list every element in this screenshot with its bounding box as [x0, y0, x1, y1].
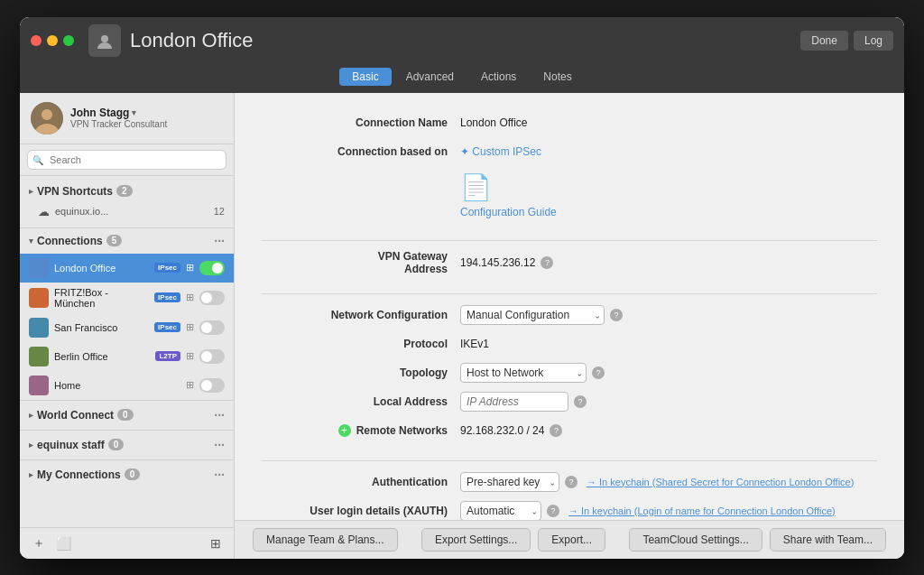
detail-footer: Manage Team & Plans... Export Settings..… — [235, 520, 904, 559]
connection-avatar — [88, 24, 121, 57]
connections-section: ▾ Connections 5 ··· London Office IPsec … — [20, 227, 234, 527]
manage-team-button[interactable]: Manage Team & Plans... — [253, 528, 398, 552]
network-config-label: Network Configuration — [262, 309, 460, 321]
export-button[interactable]: Export... — [538, 528, 605, 552]
network-config-section: Network Configuration Manual Configurati… — [262, 303, 877, 442]
document-icon: 📄 — [460, 172, 492, 202]
toggle-sf[interactable] — [199, 320, 225, 335]
teamcloud-settings-button[interactable]: TeamCloud Settings... — [629, 528, 762, 552]
network-icon-sf: ⊞ — [186, 321, 194, 333]
avatar — [31, 102, 63, 134]
connection-name-fritz: FRITZ!Box - München — [54, 287, 149, 309]
auth-select[interactable]: Pre-shared key — [460, 472, 559, 492]
close-button[interactable] — [31, 35, 42, 46]
local-address-row: Local Address ? — [262, 390, 877, 413]
connection-item-sf[interactable]: San Francisco IPsec ⊞ — [20, 313, 234, 342]
share-with-team-button[interactable]: Share with Team... — [770, 528, 886, 552]
my-connections-header[interactable]: ▸ My Connections 0 ··· — [20, 464, 234, 486]
add-network-icon[interactable]: + — [338, 424, 351, 437]
equinux-staff-section: ▸ equinux staff 0 ··· — [20, 430, 234, 459]
tab-actions[interactable]: Actions — [468, 68, 529, 86]
add-connection-button[interactable]: ＋ — [29, 533, 49, 553]
topology-label: Topology — [262, 366, 460, 379]
config-guide-link[interactable]: Configuration Guide — [460, 206, 557, 218]
user-login-help-icon[interactable]: ? — [547, 505, 559, 517]
auth-help-icon[interactable]: ? — [565, 476, 578, 488]
connections-badge: 5 — [106, 235, 123, 246]
connection-avatar-berlin — [29, 347, 49, 366]
app-window: London Office Done Log Basic Advanced Ac… — [20, 17, 904, 559]
user-login-label: User login details (XAUTH) — [262, 505, 460, 517]
shortcuts-header[interactable]: ▸ VPN Shortcuts 2 — [20, 181, 234, 201]
fullscreen-button[interactable] — [63, 35, 74, 46]
log-button[interactable]: Log — [854, 31, 893, 51]
world-connect-header[interactable]: ▸ World Connect 0 ··· — [20, 404, 234, 426]
remote-networks-row: + Remote Networks 92.168.232.0 / 24 ? — [262, 419, 877, 442]
more-icon[interactable]: ··· — [214, 234, 225, 248]
equinux-staff-badge: 0 — [108, 439, 125, 450]
connection-item-london[interactable]: London Office IPsec ⊞ — [20, 254, 234, 283]
sidebar-footer-icon[interactable]: ⊞ — [207, 534, 225, 552]
export-settings-button[interactable]: Export Settings... — [421, 528, 531, 552]
cloud-name: equinux.io... — [55, 206, 108, 217]
topology-help-icon[interactable]: ? — [592, 366, 605, 379]
tabs-bar: Basic Advanced Actions Notes — [20, 64, 904, 93]
connection-avatar-sf — [29, 318, 49, 338]
world-connect-label: World Connect — [37, 409, 114, 422]
toggle-berlin[interactable] — [199, 349, 225, 364]
topology-select[interactable]: Host to Network — [460, 363, 587, 383]
connection-item-fritz[interactable]: FRITZ!Box - München IPsec ⊞ — [20, 283, 234, 313]
chevron-right-icon: ▸ — [29, 187, 33, 196]
local-address-input[interactable] — [460, 392, 568, 412]
auth-keychain-link[interactable]: → In keychain (Shared Secret for Connect… — [587, 477, 854, 487]
toggle-home[interactable] — [199, 378, 225, 393]
connection-avatar-london — [29, 258, 49, 278]
connection-name-label: Connection Name — [262, 116, 460, 129]
sidebar-user: John Stagg ▾ VPN Tracker Consultant — [20, 93, 234, 144]
minimize-button[interactable] — [47, 35, 58, 46]
network-icon: ⊞ — [186, 262, 194, 274]
connection-item-berlin[interactable]: Berlin Office L2TP ⊞ — [20, 342, 234, 371]
local-address-help-icon[interactable]: ? — [574, 395, 587, 408]
address-help-icon[interactable]: ? — [541, 256, 553, 269]
connections-header[interactable]: ▾ Connections 5 ··· — [20, 228, 234, 254]
user-login-keychain-link[interactable]: → In keychain (Login of name for Connect… — [568, 505, 836, 516]
config-guide: 📄 Configuration Guide — [460, 172, 557, 218]
equinux-staff-more-icon[interactable]: ··· — [214, 438, 225, 452]
tab-basic[interactable]: Basic — [339, 68, 391, 86]
topology-select-wrap: Host to Network ? — [460, 363, 605, 383]
toggle-fritz[interactable] — [199, 291, 225, 305]
connection-tag-fritz: IPsec — [154, 292, 180, 302]
folder-button[interactable]: ⬜ — [52, 534, 75, 552]
network-config-select-wrap: Manual Configuration ? — [460, 305, 623, 325]
connection-based-row: Connection based on ✦ Custom IPSec — [262, 140, 877, 163]
connection-name-value: London Office — [460, 116, 528, 129]
cloud-count: 12 — [214, 206, 225, 217]
equinux-staff-header[interactable]: ▸ equinux staff 0 ··· — [20, 434, 234, 456]
title-bar: London Office Done Log — [20, 17, 904, 64]
done-button[interactable]: Done — [800, 31, 848, 51]
world-connect-more-icon[interactable]: ··· — [214, 408, 225, 422]
detail-content: Connection Name London Office Connection… — [235, 93, 904, 520]
connection-name-home: Home — [54, 380, 180, 391]
connection-avatar-home — [29, 376, 49, 395]
remote-networks-help-icon[interactable]: ? — [550, 424, 562, 437]
authentication-row: Authentication Pre-shared key ? → In key… — [262, 470, 877, 494]
toggle-london[interactable] — [199, 261, 225, 275]
user-login-select-container: Automatic — [460, 501, 541, 520]
search-wrap — [27, 150, 226, 170]
connection-based-link[interactable]: ✦ Custom IPSec — [460, 145, 541, 158]
my-connections-more-icon[interactable]: ··· — [214, 468, 225, 482]
network-config-help-icon[interactable]: ? — [610, 309, 623, 321]
search-input[interactable] — [27, 150, 226, 170]
equinux-staff-label: equinux staff — [37, 439, 105, 451]
auth-select-container: Pre-shared key — [460, 472, 559, 492]
tab-advanced[interactable]: Advanced — [393, 68, 467, 86]
user-login-select[interactable]: Automatic — [460, 501, 541, 520]
authentication-label: Authentication — [262, 476, 460, 488]
user-role: VPN Tracker Consultant — [70, 119, 223, 129]
tab-notes[interactable]: Notes — [531, 68, 584, 86]
network-config-select[interactable]: Manual Configuration — [460, 305, 605, 325]
connection-item-home[interactable]: Home ⊞ — [20, 371, 234, 400]
authentication-section: Authentication Pre-shared key ? → In key… — [262, 470, 877, 520]
